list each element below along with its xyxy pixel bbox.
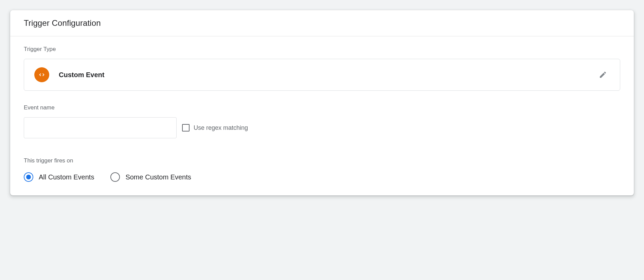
pencil-icon xyxy=(599,71,607,79)
radio-label: All Custom Events xyxy=(39,173,94,181)
code-icon xyxy=(34,67,49,82)
radio-all-custom-events[interactable]: All Custom Events xyxy=(24,172,94,182)
edit-button[interactable] xyxy=(596,68,610,82)
radio-label: Some Custom Events xyxy=(125,173,191,181)
trigger-type-name: Custom Event xyxy=(59,71,104,79)
fires-on-radio-group: All Custom Events Some Custom Events xyxy=(24,172,620,182)
radio-icon xyxy=(24,172,33,182)
fires-on-label: This trigger fires on xyxy=(24,157,620,164)
checkbox-icon xyxy=(182,124,190,132)
trigger-type-info: Custom Event xyxy=(34,67,104,82)
radio-some-custom-events[interactable]: Some Custom Events xyxy=(110,172,191,182)
card-body: Trigger Type Custom Event Event name Use… xyxy=(10,36,634,195)
card-title: Trigger Configuration xyxy=(24,18,620,28)
regex-checkbox-label: Use regex matching xyxy=(194,124,248,132)
event-name-label: Event name xyxy=(24,104,620,111)
trigger-type-label: Trigger Type xyxy=(24,46,620,53)
event-name-row: Use regex matching xyxy=(24,117,620,138)
trigger-type-selector[interactable]: Custom Event xyxy=(24,59,620,91)
radio-icon xyxy=(110,172,120,182)
trigger-config-card: Trigger Configuration Trigger Type Custo… xyxy=(10,10,634,195)
regex-checkbox[interactable]: Use regex matching xyxy=(182,124,248,132)
card-header: Trigger Configuration xyxy=(10,10,634,36)
event-name-input[interactable] xyxy=(24,117,177,138)
